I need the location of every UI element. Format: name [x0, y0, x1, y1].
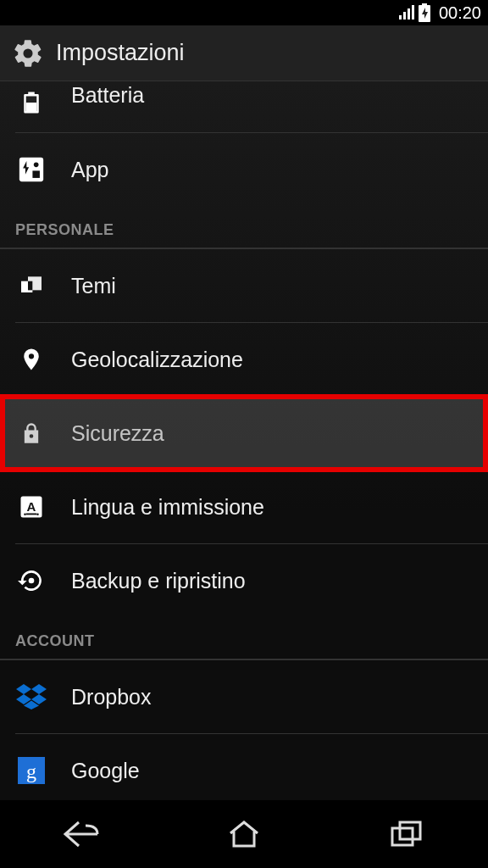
item-label: Geolocalizzazione: [71, 348, 243, 372]
backup-restore-icon: [15, 565, 47, 597]
status-bar: 00:20: [0, 0, 488, 25]
settings-list: Batteria App PERSONALE Temi Geolocalizza…: [0, 81, 488, 800]
item-label: Google: [71, 759, 140, 783]
svg-rect-2: [19, 158, 43, 181]
settings-gear-icon: [12, 37, 44, 70]
dropbox-icon: [15, 681, 47, 713]
item-label: Lingua e immissione: [71, 495, 264, 520]
status-time: 00:20: [439, 3, 481, 23]
item-label: App: [71, 158, 108, 182]
list-item-security[interactable]: Sicurezza: [0, 397, 488, 470]
location-pin-icon: [15, 343, 47, 376]
section-account: ACCOUNT: [0, 617, 488, 660]
list-item-battery[interactable]: Batteria: [0, 81, 488, 132]
svg-rect-4: [32, 170, 40, 178]
lock-icon: [15, 417, 47, 449]
item-label: Dropbox: [71, 685, 152, 709]
battery-icon: [15, 86, 47, 119]
svg-point-3: [34, 163, 39, 168]
svg-text:g: g: [26, 760, 36, 782]
list-item-google[interactable]: g Google: [0, 734, 488, 800]
svg-rect-15: [400, 822, 420, 839]
list-item-dropbox[interactable]: Dropbox: [0, 660, 488, 733]
svg-point-10: [29, 578, 35, 584]
list-item-apps[interactable]: App: [0, 133, 488, 206]
recent-apps-button[interactable]: [364, 813, 449, 855]
app-header: Impostazioni: [0, 25, 488, 81]
item-label: Batteria: [71, 83, 144, 108]
svg-point-9: [36, 514, 39, 516]
navigation-bar: [0, 800, 488, 868]
back-button[interactable]: [39, 813, 124, 855]
item-label: Sicurezza: [71, 421, 164, 446]
svg-text:A: A: [27, 499, 36, 514]
app-title: Impostazioni: [56, 40, 185, 66]
svg-rect-7: [26, 514, 37, 515]
battery-charging-icon: [419, 3, 430, 22]
list-item-location[interactable]: Geolocalizzazione: [0, 323, 488, 396]
item-label: Temi: [71, 274, 116, 298]
language-icon: A: [15, 491, 47, 523]
google-icon: g: [15, 754, 47, 787]
section-personal: PERSONALE: [0, 206, 488, 249]
svg-point-8: [24, 514, 26, 516]
apps-icon: [15, 153, 47, 186]
list-item-themes[interactable]: Temi: [0, 249, 488, 322]
themes-icon: [15, 270, 47, 302]
signal-icon: [398, 4, 415, 21]
svg-rect-1: [26, 103, 37, 111]
svg-rect-14: [392, 828, 413, 845]
list-item-language[interactable]: A Lingua e immissione: [0, 470, 488, 543]
list-item-backup[interactable]: Backup e ripristino: [0, 544, 488, 617]
home-button[interactable]: [202, 813, 286, 855]
item-label: Backup e ripristino: [71, 569, 246, 593]
